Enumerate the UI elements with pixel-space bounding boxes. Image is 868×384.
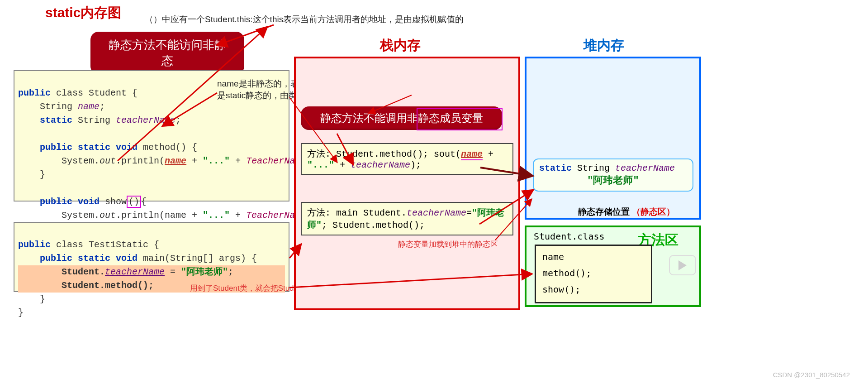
play-icon [678,260,687,270]
stack-frame-method: 方法: Student.method(); sout(name + "..." … [301,143,513,175]
class-box: name method(); show(); [535,245,652,303]
red-note-2: 静态变量加载到堆中的静态区 [398,239,498,250]
heap-label: 静态存储位置 [578,207,630,216]
pill-center: 静态方法不能调用非静态成员变量 [301,106,502,130]
watermark: CSDN @2301_80250542 [773,371,850,379]
stack-title: 栈内存 [380,36,421,55]
top-note: （）中应有一个Student.this:这个this表示当前方法调用者的地址，是… [145,14,464,25]
heap-static-var: static String teacherName "阿玮老师" [533,158,693,192]
heap-memory [525,57,701,220]
play-button[interactable] [669,255,696,275]
heap-label-2: （静态区） [632,207,675,216]
stack-memory [294,57,520,310]
pill-left: 静态方法不能访问非静态 [90,32,244,74]
page-title: static内存图 [45,4,121,22]
code-test: public class Test1Static { public static… [14,222,289,292]
heap-title: 堆内存 [583,36,624,55]
parens-highlight: () [127,196,141,208]
stack-frame-main: 方法: main Student.teacherName="阿玮老师"; Stu… [301,202,513,235]
class-label: Student.class [534,231,605,242]
